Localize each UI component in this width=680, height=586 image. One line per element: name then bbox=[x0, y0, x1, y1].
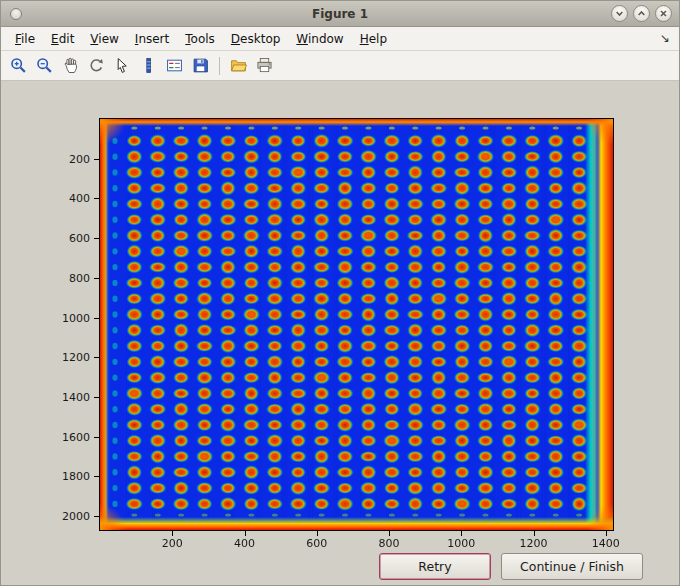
y-tick-label: 600 bbox=[69, 232, 90, 245]
x-tick-mark bbox=[172, 531, 173, 536]
print-icon bbox=[256, 57, 273, 74]
y-tick-mark bbox=[94, 476, 99, 477]
y-tick-mark bbox=[94, 198, 99, 199]
x-tick-label: 400 bbox=[234, 537, 255, 550]
titlebar[interactable]: Figure 1 bbox=[1, 1, 679, 27]
data-cursor-icon bbox=[114, 57, 131, 74]
y-tick-label: 1400 bbox=[62, 390, 90, 403]
pan-icon bbox=[62, 57, 79, 74]
window-menu-icon[interactable] bbox=[10, 8, 22, 20]
menu-item-window[interactable]: Window bbox=[288, 29, 351, 49]
x-tick-mark bbox=[389, 531, 390, 536]
figure-image[interactable] bbox=[100, 119, 613, 530]
zoom-in-icon bbox=[10, 57, 27, 74]
x-tick-mark bbox=[606, 531, 607, 536]
menu-item-file[interactable]: File bbox=[7, 29, 43, 49]
x-tick-label: 1400 bbox=[592, 537, 620, 550]
menubar: FileEditViewInsertToolsDesktopWindowHelp… bbox=[1, 27, 679, 51]
close-button[interactable] bbox=[655, 5, 672, 22]
toolbar-separator bbox=[219, 57, 220, 75]
chevron-down-icon bbox=[615, 6, 624, 21]
x-tick-mark bbox=[317, 531, 318, 536]
toolbar-open-folder-button[interactable] bbox=[226, 53, 251, 78]
toolbar-pan-button[interactable] bbox=[58, 53, 83, 78]
y-tick-mark bbox=[94, 437, 99, 438]
y-tick-label: 1000 bbox=[62, 311, 90, 324]
toolbar-save-button[interactable] bbox=[188, 53, 213, 78]
x-tick-label: 600 bbox=[306, 537, 327, 550]
retry-button[interactable]: Retry bbox=[379, 553, 491, 580]
y-tick-mark bbox=[94, 278, 99, 279]
y-tick-label: 200 bbox=[69, 152, 90, 165]
continue-finish-button[interactable]: Continue / Finish bbox=[501, 553, 643, 580]
menu-item-tools[interactable]: Tools bbox=[177, 29, 223, 49]
toolbar-data-cursor-button[interactable] bbox=[110, 53, 135, 78]
y-tick-label: 400 bbox=[69, 192, 90, 205]
y-tick-mark bbox=[94, 318, 99, 319]
window-title: Figure 1 bbox=[1, 7, 679, 21]
y-tick-label: 1600 bbox=[62, 430, 90, 443]
save-icon bbox=[192, 57, 209, 74]
dialog-buttons: Retry Continue / Finish bbox=[379, 553, 643, 580]
x-tick-label: 800 bbox=[379, 537, 400, 550]
plot-area: 2004006008001000120014001600180020002004… bbox=[100, 119, 613, 530]
menu-item-desktop[interactable]: Desktop bbox=[223, 29, 289, 49]
menubar-items: FileEditViewInsertToolsDesktopWindowHelp bbox=[7, 29, 395, 49]
y-tick-mark bbox=[94, 238, 99, 239]
rotate-3d-icon bbox=[88, 57, 105, 74]
toolbar-zoom-out-button[interactable] bbox=[32, 53, 57, 78]
x-tick-label: 200 bbox=[162, 537, 183, 550]
toolbar-colorbar-button[interactable] bbox=[136, 53, 161, 78]
toolbar-print-button[interactable] bbox=[252, 53, 277, 78]
close-icon bbox=[659, 6, 668, 21]
menu-overflow-icon[interactable]: ↘ bbox=[660, 31, 670, 45]
y-tick-mark bbox=[94, 397, 99, 398]
y-tick-mark bbox=[94, 357, 99, 358]
window-controls bbox=[611, 5, 672, 22]
menu-item-view[interactable]: View bbox=[82, 29, 126, 49]
menu-item-help[interactable]: Help bbox=[352, 29, 395, 49]
menu-item-edit[interactable]: Edit bbox=[43, 29, 82, 49]
y-tick-label: 1200 bbox=[62, 351, 90, 364]
x-tick-label: 1000 bbox=[447, 537, 475, 550]
minimize-button[interactable] bbox=[611, 5, 628, 22]
figure-window: Figure 1 FileEditViewInsertToolsDesktopW… bbox=[0, 0, 680, 586]
y-tick-mark bbox=[94, 516, 99, 517]
insert-legend-icon bbox=[166, 57, 183, 74]
toolbar-rotate-3d-button[interactable] bbox=[84, 53, 109, 78]
menu-item-insert[interactable]: Insert bbox=[127, 29, 177, 49]
maximize-button[interactable] bbox=[633, 5, 650, 22]
toolbar bbox=[1, 51, 679, 81]
open-folder-icon bbox=[230, 57, 247, 74]
y-tick-label: 800 bbox=[69, 271, 90, 284]
chevron-up-icon bbox=[637, 6, 646, 21]
y-tick-label: 1800 bbox=[62, 470, 90, 483]
y-tick-mark bbox=[94, 159, 99, 160]
figure-canvas-area: 2004006008001000120014001600180020002004… bbox=[1, 81, 679, 585]
x-tick-label: 1200 bbox=[520, 537, 548, 550]
toolbar-insert-legend-button[interactable] bbox=[162, 53, 187, 78]
x-tick-mark bbox=[245, 531, 246, 536]
toolbar-zoom-in-button[interactable] bbox=[6, 53, 31, 78]
y-tick-label: 2000 bbox=[62, 510, 90, 523]
x-tick-mark bbox=[534, 531, 535, 536]
zoom-out-icon bbox=[36, 57, 53, 74]
x-tick-mark bbox=[461, 531, 462, 536]
colorbar-icon bbox=[140, 57, 157, 74]
